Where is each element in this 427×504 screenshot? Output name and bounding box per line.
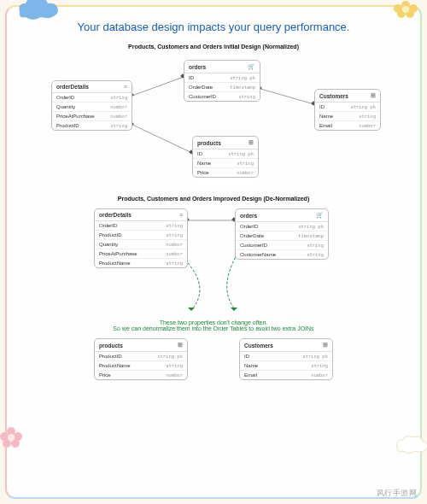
menu-icon: ≡ <box>124 84 127 90</box>
decor-cloud-blue <box>15 0 63 22</box>
cart-icon: 🛒 <box>248 63 255 70</box>
entity-title: Customers <box>319 93 348 99</box>
entity-customers2: Customers⊞ IDstring pk Namestring Emailn… <box>239 338 333 380</box>
denorm-note-1: These two properties don't change often. <box>17 319 410 325</box>
section1-heading: Products, Customers and Orders initial D… <box>17 44 410 50</box>
diagram-denormalized: orderDetails≡ OrderIDstring ProductIDstr… <box>17 207 410 318</box>
entity-orders: orders🛒 IDstring pk OrderDatetimestamp C… <box>184 60 260 102</box>
bottom-tables: products⊞ ProductIDstring pk ProductName… <box>17 338 410 380</box>
menu-icon: ≡ <box>179 212 183 218</box>
entity-title: orders <box>240 213 257 219</box>
cube-icon: ⊞ <box>371 92 376 99</box>
svg-point-11 <box>8 434 15 441</box>
entity-title: orders <box>189 64 206 70</box>
entity-customers: Customers⊞ IDstring pk Namestring Emailn… <box>314 89 381 131</box>
entity-products: products⊞ IDstring pk Namestring Pricenu… <box>192 136 259 178</box>
content-frame: Your database design impacts your query … <box>5 5 422 499</box>
cube-icon: ⊞ <box>323 342 328 349</box>
section2-heading: Products, Customers and Orders Improved … <box>17 196 410 202</box>
diagram-normalized: orderDetails≡ OrderIDstring Quantitynumb… <box>17 55 410 196</box>
svg-point-5 <box>402 6 409 13</box>
watermark-text: 风行手游网 <box>377 488 418 499</box>
cube-icon: ⊞ <box>249 139 254 146</box>
entity-title: products <box>99 343 123 349</box>
entity-title: orderDetails <box>56 84 89 90</box>
entity-title: Customers <box>244 343 273 349</box>
decor-flower-pink <box>0 424 26 453</box>
cube-icon: ⊞ <box>178 342 183 349</box>
cart-icon: 🛒 <box>316 212 324 219</box>
entity-orderDetails: orderDetails≡ OrderIDstring Quantitynumb… <box>51 80 132 131</box>
entity-title: orderDetails <box>99 212 132 218</box>
entity-title: products <box>197 140 221 146</box>
denorm-note-2: So we can denormalize them into the Orde… <box>17 325 410 331</box>
decor-flower-yellow <box>389 0 422 22</box>
page-title: Your database design impacts your query … <box>17 21 410 33</box>
entity-orders2: orders🛒 OrderIDstring pk OrderDatetimest… <box>235 208 329 260</box>
entity-orderDetails2: orderDetails≡ OrderIDstring ProductIDstr… <box>94 208 188 268</box>
decor-cloud-white <box>393 431 427 457</box>
entity-products2: products⊞ ProductIDstring pk ProductName… <box>94 338 188 380</box>
